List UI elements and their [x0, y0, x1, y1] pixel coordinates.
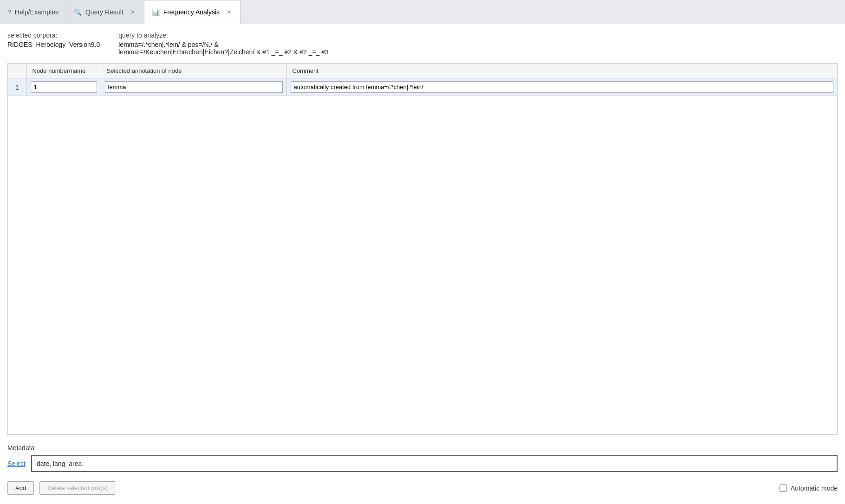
data-table-container: Node number/name Selected annotation of …	[7, 63, 838, 435]
tab-help-label: Help/Examples	[15, 8, 58, 16]
tab-query-result-label: Query Result	[85, 8, 124, 16]
comment-cell[interactable]	[286, 78, 837, 96]
comment-input[interactable]	[291, 81, 834, 93]
auto-mode-container: Automatic mode	[780, 485, 838, 492]
tab-help[interactable]: ? Help/Examples	[0, 0, 66, 24]
query-value: lemma=/.*chen|.*lein/ & pos=/N./ &lemma!…	[118, 41, 329, 56]
delete-button[interactable]: Delete selected row(s)	[39, 481, 115, 495]
main-content: selected corpora: RIDGES_Herbology_Versi…	[0, 24, 845, 504]
search-icon: 🔍	[74, 8, 82, 16]
query-label: query to analyze:	[118, 32, 329, 39]
tab-frequency-analysis[interactable]: 📊 Frequency Analysis ✕	[144, 0, 240, 24]
col-header-annotation: Selected annotation of node	[101, 64, 286, 78]
corpora-label: selected corpora:	[7, 32, 100, 39]
auto-mode-label: Automatic mode	[791, 485, 838, 492]
tab-bar: ? Help/Examples 🔍 Query Result ✕ 📊 Frequ…	[0, 0, 845, 24]
node-number-input[interactable]	[31, 81, 97, 93]
metadata-row: Select	[7, 455, 838, 472]
header-right: query to analyze: lemma=/.*chen|.*lein/ …	[118, 32, 329, 56]
metadata-label: Metadata	[7, 444, 838, 452]
annotation-input[interactable]	[105, 81, 283, 93]
circle-question-icon: ?	[7, 8, 11, 16]
add-button[interactable]: Add	[7, 481, 34, 495]
node-number-cell[interactable]	[26, 78, 101, 96]
col-header-node-number: Node number/name	[26, 64, 101, 78]
select-link[interactable]: Select	[7, 460, 26, 467]
data-table: Node number/name Selected annotation of …	[8, 64, 837, 96]
table-row: 1	[8, 78, 837, 96]
bar-chart-icon: 📊	[152, 8, 160, 16]
metadata-section: Metadata Select	[7, 440, 838, 479]
tab-frequency-analysis-close[interactable]: ✕	[225, 8, 233, 16]
bottom-bar: Add Delete selected row(s) Automatic mod…	[7, 479, 838, 497]
col-header-rownum	[8, 64, 26, 78]
col-header-comment: Comment	[286, 64, 837, 78]
row-num-cell: 1	[8, 78, 26, 96]
metadata-input[interactable]	[31, 455, 838, 472]
header-left: selected corpora: RIDGES_Herbology_Versi…	[7, 32, 100, 56]
tab-query-result[interactable]: 🔍 Query Result ✕	[66, 0, 144, 24]
corpora-value: RIDGES_Herbology_Version9.0	[7, 41, 100, 48]
tab-frequency-analysis-label: Frequency Analysis	[163, 8, 220, 16]
annotation-cell[interactable]	[101, 78, 286, 96]
bottom-left-buttons: Add Delete selected row(s)	[7, 481, 115, 495]
header-info: selected corpora: RIDGES_Herbology_Versi…	[7, 32, 838, 56]
auto-mode-checkbox[interactable]	[780, 485, 787, 492]
tab-query-result-close[interactable]: ✕	[129, 8, 136, 16]
app-container: ? Help/Examples 🔍 Query Result ✕ 📊 Frequ…	[0, 0, 845, 504]
table-header-row: Node number/name Selected annotation of …	[8, 64, 837, 78]
